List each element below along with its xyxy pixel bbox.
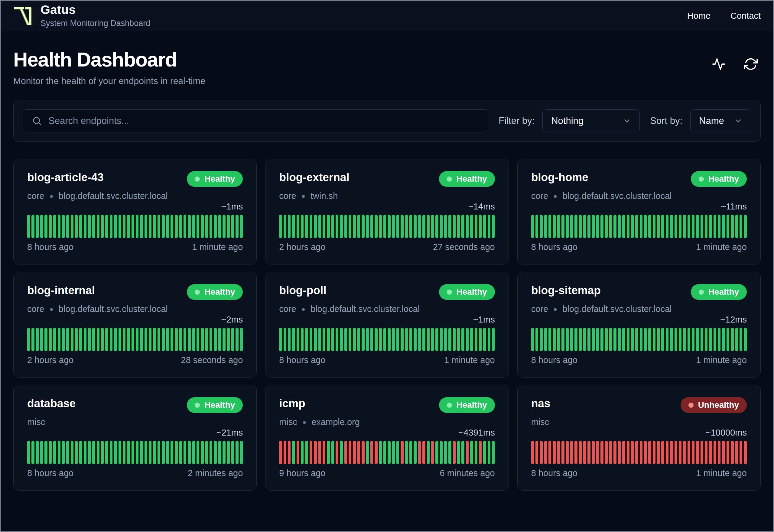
status-bar[interactable]: [418, 441, 421, 464]
status-bar[interactable]: [444, 328, 447, 351]
status-bar[interactable]: [344, 328, 347, 351]
status-bar[interactable]: [84, 328, 86, 351]
status-bar[interactable]: [132, 441, 134, 464]
status-bar[interactable]: [327, 328, 330, 351]
status-bar[interactable]: [618, 441, 621, 464]
status-bar[interactable]: [292, 215, 295, 238]
status-bar[interactable]: [153, 328, 156, 351]
status-bar[interactable]: [171, 441, 173, 464]
status-bar[interactable]: [405, 215, 408, 238]
status-bar[interactable]: [357, 441, 360, 464]
nav-link-contact[interactable]: Contact: [730, 11, 761, 21]
status-bar[interactable]: [314, 441, 317, 464]
status-bar[interactable]: [492, 215, 495, 238]
status-bar[interactable]: [422, 441, 425, 464]
status-bar[interactable]: [223, 441, 225, 464]
status-bar[interactable]: [145, 328, 147, 351]
status-bar[interactable]: [727, 441, 729, 464]
status-bar[interactable]: [579, 328, 582, 351]
status-bar[interactable]: [714, 328, 716, 351]
status-bar[interactable]: [288, 441, 291, 464]
status-bar[interactable]: [119, 441, 121, 464]
status-bar[interactable]: [635, 328, 638, 351]
status-bar[interactable]: [31, 441, 34, 464]
status-bar[interactable]: [653, 328, 655, 351]
status-bar[interactable]: [392, 441, 395, 464]
status-bar[interactable]: [344, 215, 347, 238]
status-bar[interactable]: [596, 328, 599, 351]
status-bar[interactable]: [66, 328, 69, 351]
status-bar[interactable]: [314, 215, 317, 238]
status-bar[interactable]: [488, 215, 490, 238]
status-bar[interactable]: [479, 215, 482, 238]
status-bar[interactable]: [570, 328, 573, 351]
status-bar[interactable]: [427, 441, 430, 464]
status-bar[interactable]: [49, 441, 52, 464]
status-bar[interactable]: [149, 215, 151, 238]
status-bar[interactable]: [666, 215, 668, 238]
status-bar[interactable]: [688, 215, 690, 238]
status-bar[interactable]: [297, 215, 299, 238]
status-bar[interactable]: [353, 328, 356, 351]
status-bar[interactable]: [548, 328, 551, 351]
status-bar[interactable]: [631, 441, 634, 464]
status-bar[interactable]: [331, 328, 334, 351]
status-bar[interactable]: [205, 215, 208, 238]
status-bar[interactable]: [479, 328, 482, 351]
status-bar[interactable]: [722, 215, 725, 238]
status-bar[interactable]: [483, 441, 486, 464]
status-bar[interactable]: [284, 328, 286, 351]
status-bar[interactable]: [392, 328, 395, 351]
status-bar[interactable]: [692, 215, 694, 238]
status-bar[interactable]: [648, 215, 651, 238]
status-bar[interactable]: [297, 328, 299, 351]
status-bar[interactable]: [583, 441, 586, 464]
status-bar[interactable]: [440, 215, 443, 238]
status-bar[interactable]: [661, 215, 664, 238]
status-bar[interactable]: [592, 328, 595, 351]
status-bar[interactable]: [718, 215, 720, 238]
status-bar[interactable]: [609, 441, 612, 464]
filter-select[interactable]: Nothing: [542, 109, 640, 132]
status-bar[interactable]: [88, 328, 91, 351]
status-bar[interactable]: [405, 441, 408, 464]
status-bar[interactable]: [418, 215, 421, 238]
status-bar[interactable]: [340, 328, 343, 351]
status-bar[interactable]: [688, 441, 690, 464]
endpoint-card[interactable]: database Healthy misc ~21ms 8 hours ago …: [13, 385, 257, 491]
status-bar[interactable]: [640, 441, 642, 464]
status-bar[interactable]: [366, 441, 369, 464]
status-bar[interactable]: [483, 215, 486, 238]
status-bar[interactable]: [457, 441, 460, 464]
status-bar[interactable]: [405, 328, 408, 351]
status-bar[interactable]: [544, 328, 547, 351]
status-bar[interactable]: [488, 441, 490, 464]
status-bar[interactable]: [679, 328, 681, 351]
status-bar[interactable]: [535, 441, 538, 464]
status-bar[interactable]: [114, 441, 117, 464]
status-bar[interactable]: [553, 328, 555, 351]
status-bar[interactable]: [583, 215, 586, 238]
status-bar[interactable]: [540, 441, 542, 464]
status-bar[interactable]: [409, 441, 412, 464]
status-bar[interactable]: [362, 215, 364, 238]
status-bar[interactable]: [201, 215, 203, 238]
status-bar[interactable]: [27, 441, 30, 464]
status-bar[interactable]: [166, 328, 169, 351]
status-bar[interactable]: [396, 328, 399, 351]
status-bar[interactable]: [75, 215, 78, 238]
status-bar[interactable]: [644, 441, 647, 464]
status-bar[interactable]: [305, 441, 308, 464]
status-bar[interactable]: [679, 215, 681, 238]
status-bar[interactable]: [574, 441, 577, 464]
status-bar[interactable]: [136, 328, 138, 351]
status-bar[interactable]: [644, 328, 647, 351]
status-bar[interactable]: [49, 215, 52, 238]
status-bar[interactable]: [435, 215, 438, 238]
status-bar[interactable]: [744, 328, 746, 351]
status-bar[interactable]: [44, 215, 47, 238]
status-bar[interactable]: [688, 328, 690, 351]
status-bar[interactable]: [205, 441, 208, 464]
status-bar[interactable]: [600, 441, 603, 464]
status-bar[interactable]: [388, 328, 390, 351]
